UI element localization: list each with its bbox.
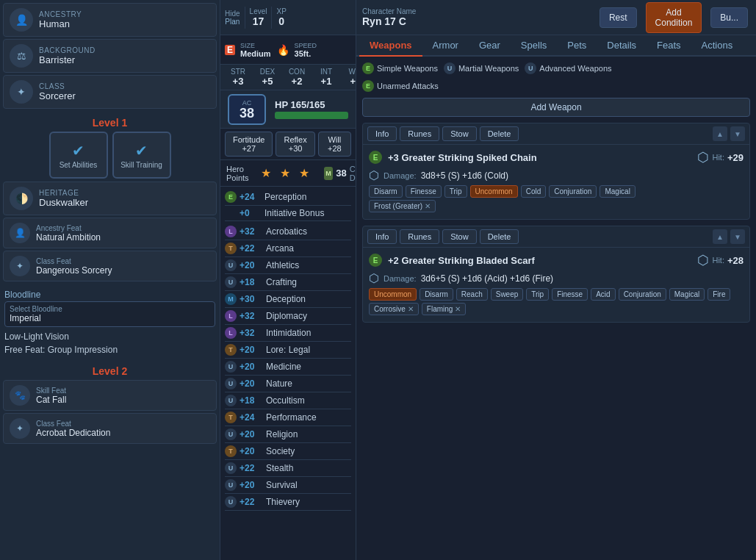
skill-row-society[interactable]: T +20 Society <box>225 443 351 460</box>
customize-button[interactable]: Bu... <box>710 7 748 28</box>
initiative-row: +0 Initiative Bonus <box>225 206 351 221</box>
reflex-save-btn[interactable]: Reflex +30 <box>276 132 314 157</box>
rest-button[interactable]: Rest <box>600 7 637 28</box>
tab-feats[interactable]: Feats <box>647 35 691 57</box>
trait-flaming-remove-btn[interactable]: ✕ <box>455 305 461 313</box>
tab-actions[interactable]: Actions <box>691 35 744 57</box>
ancestry-icon: 👤 <box>10 8 33 32</box>
hide-plan-btn[interactable]: Hide Plan <box>225 10 240 26</box>
weapon-card-spiked-chain: Info Runes Stow Delete ▲ ▼ E +3 Greater … <box>362 123 750 220</box>
tab-spells[interactable]: Spells <box>511 35 557 57</box>
weapon-1-down-btn[interactable]: ▼ <box>730 126 745 141</box>
tab-gear[interactable]: Gear <box>469 35 511 57</box>
skill-row-intimidation[interactable]: L +32 Intimidation <box>225 325 351 342</box>
hero-star-1[interactable]: ★ <box>261 166 271 180</box>
ac-hp-section: AC 38 HP 165/165 <box>220 90 356 129</box>
weapon-1-stow-btn[interactable]: Stow <box>442 126 476 141</box>
sidebar-item-skill-feat[interactable]: 🐾 Skill Feat Cat Fall <box>3 380 217 411</box>
weapon-1-stats: E +3 Greater Striking Spiked Chain ⬡ Hit… <box>363 145 749 219</box>
sidebar-item-heritage[interactable]: 🌓 Heritage Duskwalker <box>3 182 217 215</box>
trait-frost-remove-btn[interactable]: ✕ <box>425 202 431 210</box>
hero-label: Hero Points <box>226 165 249 182</box>
weapon-1-hit-label: Hit: <box>712 153 724 162</box>
speed-value: 35ft. <box>295 49 317 58</box>
size-speed-bar: E SIZE Medium 🔥 SPEED 35ft. <box>220 35 356 65</box>
skill-row-religion[interactable]: U +20 Religion <box>225 426 351 443</box>
bloodline-select[interactable]: Select Bloodline Imperial <box>4 301 215 327</box>
level2-header: Level 2 <box>3 359 217 380</box>
weapon-2-stow-btn[interactable]: Stow <box>442 229 476 244</box>
sidebar-item-class-feat[interactable]: ✦ Class Feat Dangerous Sorcery <box>3 251 217 281</box>
will-save-btn[interactable]: Will +28 <box>318 132 351 157</box>
skill-row-lore[interactable]: T +20 Lore: Legal <box>225 342 351 359</box>
check-icon-skill: ✔ <box>135 142 148 159</box>
prof-martial-label: Martial Weapons <box>458 64 519 73</box>
topbar-right: Character Name Ryn 17 C Rest AddConditio… <box>356 0 756 35</box>
perception-rank: E <box>225 191 237 203</box>
skill-row-acrobatics[interactable]: L +32 Acrobatics <box>225 223 351 240</box>
tab-pets[interactable]: Pets <box>557 35 597 57</box>
skill-row-deception[interactable]: M +30 Deception <box>225 291 351 308</box>
skill-row-performance[interactable]: T +24 Performance <box>225 409 351 426</box>
skill-row-stealth[interactable]: U +22 Stealth <box>225 460 351 477</box>
hp-text: HP 165/165 <box>275 99 348 110</box>
sidebar-item-background[interactable]: ⚖ Background Barrister <box>3 39 217 73</box>
tab-details[interactable]: Details <box>597 35 647 57</box>
skill-row-arcana[interactable]: T +22 Arcana <box>225 240 351 257</box>
prof-simple-label: Simple Weapons <box>377 64 438 73</box>
weapon-1-actions: Info Runes Stow Delete ▲ ▼ <box>363 123 749 145</box>
skill-row-survival[interactable]: U +20 Survival <box>225 477 351 494</box>
weapon-1-info-btn[interactable]: Info <box>367 126 397 141</box>
attr-dex[interactable]: DEX +5 <box>254 68 281 87</box>
trait-corrosive: Corrosive ✕ <box>369 303 419 315</box>
skill-row-occultism[interactable]: U +18 Occultism <box>225 392 351 409</box>
low-light-vision: Low-Light Vision <box>4 330 215 343</box>
tab-armor[interactable]: Armor <box>422 35 469 57</box>
sidebar-item-class[interactable]: ✦ Class Sorcerer <box>3 75 217 109</box>
skill-row-athletics[interactable]: U +20 Athletics <box>225 257 351 274</box>
hp-bar <box>275 112 348 119</box>
skill-row-nature[interactable]: U +20 Nature <box>225 376 351 392</box>
weapon-2-delete-btn[interactable]: Delete <box>480 229 519 244</box>
weapon-1-runes-btn[interactable]: Runes <box>400 126 439 141</box>
attr-con[interactable]: CON +2 <box>284 68 310 87</box>
set-abilities-box[interactable]: ✔ Set Abilities <box>49 132 108 179</box>
skill-row-crafting[interactable]: U +18 Crafting <box>225 274 351 291</box>
sidebar-item-ancestry[interactable]: 👤 Ancestry Human <box>3 3 217 37</box>
weapon-2-info-btn[interactable]: Info <box>367 229 397 244</box>
tab-weapons[interactable]: Weapons <box>359 35 422 57</box>
add-condition-button[interactable]: AddCondition <box>646 2 702 33</box>
perception-row[interactable]: E +24 Perception <box>225 189 351 206</box>
sidebar: 👤 Ancestry Human ⚖ Background Barrister … <box>0 0 220 560</box>
weapon-1-delete-btn[interactable]: Delete <box>480 126 519 141</box>
weapon-proficiencies: E Simple Weapons U Martial Weapons U Adv… <box>362 62 750 74</box>
weapon-2-down-btn[interactable]: ▼ <box>730 229 745 244</box>
attr-str[interactable]: STR +3 <box>225 68 251 87</box>
background-icon: ⚖ <box>10 44 33 68</box>
sidebar-item-class-feat-2[interactable]: ✦ Class Feat Acrobat Dedication <box>3 413 217 444</box>
skill-row-diplomacy[interactable]: L +32 Diplomacy <box>225 308 351 325</box>
hero-star-3[interactable]: ★ <box>299 166 309 180</box>
skill-row-thievery[interactable]: U +22 Thievery <box>225 494 351 511</box>
sidebar-item-ancestry-feat[interactable]: 👤 Ancestry Feat Natural Ambition <box>3 218 217 248</box>
weapon-2-up-btn[interactable]: ▲ <box>713 229 727 244</box>
skill-feat-name: Cat Fall <box>36 395 66 405</box>
weapon-2-runes-btn[interactable]: Runes <box>400 229 439 244</box>
ability-row: ✔ Set Abilities ✔ Skill Training <box>3 132 217 179</box>
trait-flaming: Flaming ✕ <box>422 303 467 315</box>
skill-training-box[interactable]: ✔ Skill Training <box>112 132 171 179</box>
add-weapon-button[interactable]: Add Weapon <box>362 98 750 117</box>
weapon-2-dmg-label: Damage: <box>384 274 417 283</box>
fortitude-save-btn[interactable]: Fortitude +27 <box>225 132 273 157</box>
size-value: Medium <box>240 49 271 58</box>
ac-badge[interactable]: AC 38 <box>228 94 266 125</box>
bloodline-placeholder: Select Bloodline <box>10 305 210 313</box>
weapon-2-stats: E +2 Greater Striking Bladed Scarf ⬡ Hit… <box>363 248 749 322</box>
skill-row-medicine[interactable]: U +20 Medicine <box>225 359 351 376</box>
attr-int[interactable]: INT +1 <box>313 68 339 87</box>
weapon-1-up-btn[interactable]: ▲ <box>713 126 727 141</box>
speed-icon: 🔥 <box>277 44 289 56</box>
hero-star-2[interactable]: ★ <box>280 166 290 180</box>
attr-wis[interactable]: WIS +3 <box>342 68 356 87</box>
trait-corrosive-remove-btn[interactable]: ✕ <box>408 305 414 313</box>
